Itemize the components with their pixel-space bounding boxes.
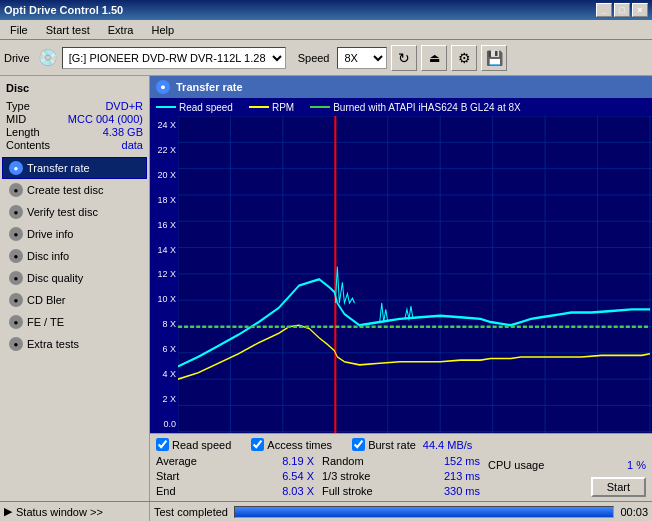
stat-end-label: End <box>156 485 176 497</box>
speed-label: Speed <box>298 52 330 64</box>
nav-label-drive-info: Drive info <box>27 228 73 240</box>
checkbox-read-speed-input[interactable] <box>156 438 169 451</box>
disc-length-label: Length <box>6 126 40 138</box>
sidebar: Disc Type DVD+R MID MCC 004 (000) Length… <box>0 76 150 501</box>
minimize-button[interactable]: _ <box>596 3 612 17</box>
eject-button[interactable]: ⏏ <box>421 45 447 71</box>
nav-create-test-disc[interactable]: ● Create test disc <box>2 179 147 201</box>
menu-help[interactable]: Help <box>145 22 180 38</box>
status-window-label: Status window >> <box>16 506 103 518</box>
stat-random-value: 152 ms <box>444 455 480 467</box>
chart-inner: 0.0 0.5 1.0 1.5 2.0 2.5 3.0 3.5 4.0 4.5 … <box>178 116 652 433</box>
menu-bar: File Start test Extra Help <box>0 20 652 40</box>
y-label-14: 14 X <box>157 245 176 255</box>
legend-read-speed: Read speed <box>156 102 233 113</box>
stats-col-right: CPU usage 1 % Start <box>488 459 646 497</box>
nav-label-extra-tests: Extra tests <box>27 338 79 350</box>
nav-extra-tests[interactable]: ● Extra tests <box>2 333 147 355</box>
y-label-16: 16 X <box>157 220 176 230</box>
nav-label-create-test: Create test disc <box>27 184 103 196</box>
stat-start-label: Start <box>156 470 179 482</box>
stat-cpu-value: 1 % <box>627 459 646 471</box>
checkbox-read-speed[interactable]: Read speed <box>156 438 231 451</box>
refresh-button[interactable]: ↻ <box>391 45 417 71</box>
drive-select[interactable]: [G:] PIONEER DVD-RW DVR-112L 1.28 <box>62 47 286 69</box>
nav-label-disc-quality: Disc quality <box>27 272 83 284</box>
toolbar: Drive 💿 [G:] PIONEER DVD-RW DVR-112L 1.2… <box>0 40 652 76</box>
checkbox-burst-rate[interactable]: Burst rate <box>352 438 416 451</box>
maximize-button[interactable]: □ <box>614 3 630 17</box>
nav-icon-extra-tests: ● <box>9 337 23 351</box>
settings-button[interactable]: ⚙ <box>451 45 477 71</box>
main-layout: Disc Type DVD+R MID MCC 004 (000) Length… <box>0 76 652 501</box>
chart-header: ● Transfer rate <box>150 76 652 98</box>
title-bar: Opti Drive Control 1.50 _ □ × <box>0 0 652 20</box>
progress-bar-container <box>234 506 614 518</box>
disc-type-label: Type <box>6 100 30 112</box>
legend-label-burned: Burned with ATAPI iHAS624 B GL24 at 8X <box>333 102 521 113</box>
disc-length-value: 4.38 GB <box>103 126 143 138</box>
disc-mid-value: MCC 004 (000) <box>68 113 143 125</box>
y-label-18: 18 X <box>157 195 176 205</box>
checkbox-access-times-input[interactable] <box>251 438 264 451</box>
status-left[interactable]: ▶ Status window >> <box>0 502 150 521</box>
time-display: 00:03 <box>620 506 648 518</box>
stats-area: Average 8.19 X Start 6.54 X End 8.03 X <box>156 455 646 497</box>
nav-fe-te[interactable]: ● FE / TE <box>2 311 147 333</box>
close-button[interactable]: × <box>632 3 648 17</box>
stat-full-stroke-label: Full stroke <box>322 485 373 497</box>
legend-label-read-speed: Read speed <box>179 102 233 113</box>
checkbox-access-times[interactable]: Access times <box>251 438 332 451</box>
disc-section: Disc Type DVD+R MID MCC 004 (000) Length… <box>2 80 147 151</box>
nav-label-verify-test: Verify test disc <box>27 206 98 218</box>
nav-disc-quality[interactable]: ● Disc quality <box>2 267 147 289</box>
stat-third-stroke-value: 213 ms <box>444 470 480 482</box>
start-button[interactable]: Start <box>591 477 646 497</box>
y-label-4: 4 X <box>162 369 176 379</box>
menu-file[interactable]: File <box>4 22 34 38</box>
menu-start-test[interactable]: Start test <box>40 22 96 38</box>
nav-verify-test-disc[interactable]: ● Verify test disc <box>2 201 147 223</box>
stat-full-stroke-value: 330 ms <box>444 485 480 497</box>
window-controls[interactable]: _ □ × <box>596 3 648 17</box>
disc-section-title: Disc <box>2 80 147 96</box>
test-completed-label: Test completed <box>154 506 228 518</box>
legend-color-rpm <box>249 106 269 108</box>
legend-rpm: RPM <box>249 102 294 113</box>
nav-cd-bler[interactable]: ● CD Bler <box>2 289 147 311</box>
nav-label-disc-info: Disc info <box>27 250 69 262</box>
stat-end: End 8.03 X <box>156 485 314 497</box>
chart-legend: Read speed RPM Burned with ATAPI iHAS624… <box>150 98 652 116</box>
disc-mid-row: MID MCC 004 (000) <box>6 113 143 125</box>
nav-transfer-rate[interactable]: ● Transfer rate <box>2 157 147 179</box>
controls-area: Read speed Access times Burst rate 44.4 … <box>150 433 652 501</box>
disc-type-row: Type DVD+R <box>6 100 143 112</box>
stat-start: Start 6.54 X <box>156 470 314 482</box>
y-label-8: 8 X <box>162 319 176 329</box>
stat-start-value: 6.54 X <box>282 470 314 482</box>
y-label-12: 12 X <box>157 269 176 279</box>
stat-third-stroke-label: 1/3 stroke <box>322 470 370 482</box>
stat-third-stroke: 1/3 stroke 213 ms <box>322 470 480 482</box>
nav-icon-fe-te: ● <box>9 315 23 329</box>
stat-cpu-label: CPU usage <box>488 459 544 471</box>
speed-select[interactable]: 8X <box>337 47 387 69</box>
legend-color-burned <box>310 106 330 108</box>
stat-average-value: 8.19 X <box>282 455 314 467</box>
y-label-6: 6 X <box>162 344 176 354</box>
nav-drive-info[interactable]: ● Drive info <box>2 223 147 245</box>
stat-average-label: Average <box>156 455 197 467</box>
checkbox-row: Read speed Access times Burst rate 44.4 … <box>156 438 646 451</box>
burst-rate-value: 44.4 MB/s <box>423 439 473 451</box>
menu-extra[interactable]: Extra <box>102 22 140 38</box>
nav-label-fe-te: FE / TE <box>27 316 64 328</box>
nav-icon-cd-bler: ● <box>9 293 23 307</box>
nav-disc-info[interactable]: ● Disc info <box>2 245 147 267</box>
nav-icon-drive-info: ● <box>9 227 23 241</box>
status-right: Test completed 00:03 <box>150 506 652 518</box>
save-button[interactable]: 💾 <box>481 45 507 71</box>
stats-col-mid: Random 152 ms 1/3 stroke 213 ms Full str… <box>322 455 480 497</box>
app-title: Opti Drive Control 1.50 <box>4 4 123 16</box>
checkbox-burst-rate-input[interactable] <box>352 438 365 451</box>
drive-icon: 💿 <box>38 48 58 67</box>
